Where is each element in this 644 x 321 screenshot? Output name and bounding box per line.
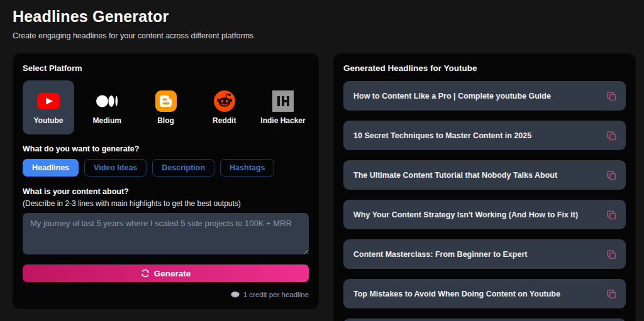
headline-text: Content Masterclass: From Beginner to Ex… <box>353 250 603 259</box>
type-button-video-ideas[interactable]: Video Ideas <box>84 159 147 177</box>
page-title: Headlines Generator <box>13 8 253 26</box>
headline-text: Why Your Content Strategy Isn't Working … <box>353 210 603 219</box>
refresh-icon <box>141 269 150 278</box>
headline-list: How to Content Like a Pro | Complete you… <box>343 81 626 321</box>
headline-card: The Ultimate Content Tutorial that Nobod… <box>343 160 626 190</box>
type-button-headlines[interactable]: Headlines <box>23 159 79 177</box>
generate-button[interactable]: Generate <box>23 264 309 282</box>
headline-text: Top Mistakes to Avoid When Doing Content… <box>353 290 603 298</box>
content-about-hint: (Describe in 2-3 lines with main highlig… <box>23 199 309 208</box>
platform-row: Youtube Medium <box>23 80 309 134</box>
content-about-label: What is your content about? <box>23 187 309 196</box>
copy-headline-button[interactable] <box>603 88 619 104</box>
indie-hackers-icon <box>272 90 294 112</box>
platform-blog[interactable]: Blog <box>140 80 192 134</box>
generate-type-label: What do you want to generate? <box>23 144 309 153</box>
headline-card: Content Masterclass: From Beginner to Ex… <box>343 239 626 269</box>
platform-indie-hacker[interactable]: Indie Hacker <box>257 80 309 134</box>
copy-headline-button[interactable] <box>603 246 619 263</box>
credit-note: 1 credit per headline <box>23 291 309 298</box>
blogger-icon <box>155 90 177 112</box>
headline-card: Why Your Content Strategy Isn't Working … <box>343 200 626 229</box>
select-platform-label: Select Platform <box>23 63 309 73</box>
generator-panel: Select Platform Youtube <box>13 53 319 309</box>
copy-headline-button[interactable] <box>603 286 619 302</box>
platform-label: Indie Hacker <box>260 117 305 126</box>
reddit-icon <box>214 90 235 112</box>
platform-label: Reddit <box>213 117 236 126</box>
results-panel: Generated Headlines for Youtube How to C… <box>333 53 636 321</box>
headlines-generator-app: Headlines Generator Create engaging head… <box>0 0 644 321</box>
results-title: Generated Headlines for Youtube <box>343 63 626 73</box>
generate-type-row: Headlines Video Ideas Description Hashta… <box>23 159 309 177</box>
youtube-icon <box>37 90 60 112</box>
medium-icon <box>96 90 118 112</box>
credit-note-text: 1 credit per headline <box>243 291 309 298</box>
platform-label: Medium <box>93 117 121 126</box>
type-button-description[interactable]: Description <box>152 159 214 177</box>
page-header: Headlines Generator Create engaging head… <box>13 8 253 40</box>
platform-label: Blog <box>157 117 174 126</box>
copy-headline-button[interactable] <box>603 167 619 183</box>
coin-icon <box>231 291 240 298</box>
type-button-hashtags[interactable]: Hashtags <box>220 159 274 177</box>
platform-medium[interactable]: Medium <box>81 80 133 134</box>
headline-text: The Ultimate Content Tutorial that Nobod… <box>353 171 603 180</box>
platform-youtube[interactable]: Youtube <box>23 80 74 134</box>
generate-button-label: Generate <box>154 269 191 278</box>
headline-text: How to Content Like a Pro | Complete you… <box>353 92 603 101</box>
platform-label: Youtube <box>33 117 63 126</box>
platform-reddit[interactable]: Reddit <box>199 80 250 134</box>
headline-card-partial <box>343 318 626 321</box>
headline-card: How to Content Like a Pro | Complete you… <box>343 81 626 111</box>
page-subtitle: Create engaging headlines for your conte… <box>13 31 253 40</box>
copy-headline-button[interactable] <box>603 207 619 223</box>
headline-text: 10 Secret Techniques to Master Content i… <box>353 131 603 140</box>
content-input[interactable] <box>23 213 309 254</box>
headline-card: 10 Secret Techniques to Master Content i… <box>343 121 626 150</box>
copy-headline-button[interactable] <box>603 128 619 144</box>
headline-card: Top Mistakes to Avoid When Doing Content… <box>343 279 626 308</box>
